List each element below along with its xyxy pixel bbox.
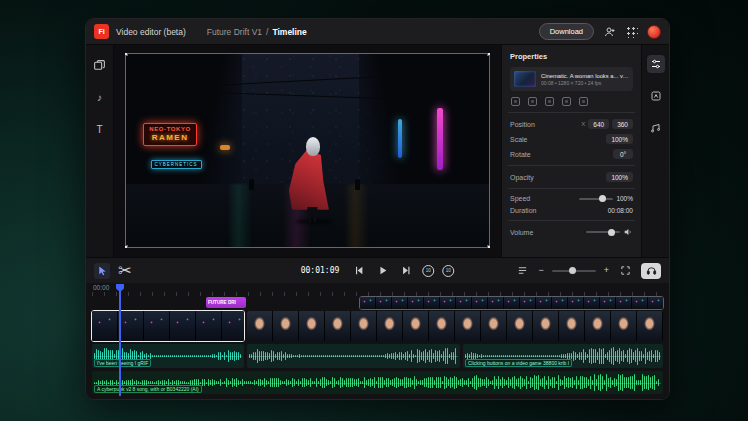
audio-clip[interactable] (247, 344, 460, 368)
zoom-slider[interactable] (552, 270, 596, 272)
volume-controls (586, 227, 633, 237)
invite-user-icon[interactable] (603, 25, 616, 38)
audio-track: I've been seeing I gRIF Clicking buttons… (92, 344, 663, 368)
volume-slider[interactable] (586, 231, 620, 233)
current-timecode: 00:01:09 (301, 266, 340, 275)
speed-value: 100% (616, 195, 633, 202)
opacity-label: Opacity (510, 174, 534, 181)
apps-grid-icon[interactable] (625, 25, 638, 38)
divider (508, 220, 635, 221)
duration-value: 00:08:00 (608, 207, 633, 214)
rotate-input[interactable]: 0° (613, 149, 633, 159)
breadcrumb-separator: / (266, 27, 268, 37)
clip-info: 00:08 • 1280 × 720 • 24 fps (541, 80, 629, 86)
transform-bounding-box[interactable] (125, 53, 490, 248)
media-icon[interactable] (92, 57, 108, 73)
topbar: Fi Video editor (beta) Future Drift V1 /… (86, 19, 669, 45)
track-options-icon[interactable] (514, 263, 530, 279)
music-clip[interactable]: A cyberpunk v2 8 song, with or B0342220 … (92, 371, 663, 394)
firefly-logo[interactable]: Fi (94, 24, 109, 39)
divider (508, 165, 635, 166)
breadcrumb: Future Drift V1 / Timeline (207, 27, 307, 37)
transform-handle[interactable] (487, 245, 490, 248)
video-track (92, 311, 663, 341)
tracks-area: FUTURE DRI (92, 296, 663, 397)
audio-clip[interactable]: Clicking buttons on a video game 38800 k… (463, 344, 663, 368)
more-options-icon[interactable] (579, 97, 588, 106)
speaker-icon[interactable] (623, 227, 633, 237)
video-preview[interactable]: NEO-TOKYO RAMEN CYBERNETICS (125, 53, 490, 248)
position-row: Position X 640 360 (510, 119, 633, 129)
video-clip[interactable] (247, 311, 663, 341)
timeline[interactable]: 00:00 FUTURE DRI (86, 283, 669, 399)
overlay-video-clip[interactable] (360, 297, 663, 309)
selected-clip-card[interactable]: Cinematic. A woman looks a... v8genvid 0… (510, 67, 633, 91)
properties-panel-icon[interactable] (647, 55, 665, 73)
replace-icon[interactable] (511, 97, 520, 106)
transform-handle[interactable] (487, 53, 490, 56)
effects-icon[interactable] (562, 97, 571, 106)
text-tool-icon[interactable]: T (92, 121, 108, 137)
desktop-background: Fi Video editor (beta) Future Drift V1 /… (0, 0, 748, 421)
audio-waveform (249, 346, 458, 366)
color-icon[interactable] (545, 97, 554, 106)
volume-slider-knob[interactable] (608, 229, 615, 236)
next-frame-icon[interactable] (398, 263, 414, 279)
play-icon[interactable] (374, 263, 390, 279)
speed-slider-knob[interactable] (599, 195, 606, 202)
zoom-in-icon[interactable]: + (604, 266, 609, 275)
audio-clip[interactable]: I've been seeing I gRIF (92, 344, 244, 368)
clip-tools-row (511, 97, 632, 106)
position-y-input[interactable]: 360 (612, 119, 633, 129)
previous-frame-icon[interactable] (350, 263, 366, 279)
zoom-slider-knob[interactable] (569, 267, 576, 274)
skip-back-10-icon[interactable]: 10 (422, 265, 434, 277)
headphones-button[interactable] (641, 263, 661, 279)
scale-label: Scale (510, 136, 528, 143)
transform-handle[interactable] (125, 53, 128, 56)
download-button[interactable]: Download (539, 23, 594, 40)
audio-clip-label: I've been seeing I gRIF (94, 359, 151, 367)
audio-icon[interactable]: ♪ (92, 89, 108, 105)
volume-label: Volume (510, 229, 533, 236)
preview-area: NEO-TOKYO RAMEN CYBERNETICS (114, 45, 501, 257)
divider (508, 188, 635, 189)
razor-tool-icon[interactable]: ✂ (117, 263, 133, 279)
breadcrumb-project[interactable]: Future Drift V1 (207, 27, 262, 37)
select-tool-icon[interactable] (94, 263, 110, 279)
opacity-row: Opacity 100% (510, 172, 633, 182)
fit-timeline-icon[interactable] (617, 263, 633, 279)
user-avatar[interactable] (647, 25, 661, 39)
main-area: ♪ T NEO-TOKYO RAMEN (86, 45, 669, 257)
speed-controls: 100% (579, 195, 633, 202)
opacity-input[interactable]: 100% (606, 172, 633, 182)
scale-input[interactable]: 100% (606, 134, 633, 144)
app-window: Fi Video editor (beta) Future Drift V1 /… (85, 18, 670, 400)
properties-title: Properties (510, 52, 633, 61)
rotate-row: Rotate 0° (510, 149, 633, 159)
duration-label: Duration (510, 207, 536, 214)
clip-meta: Cinematic. A woman looks a... v8genvid 0… (541, 73, 629, 86)
playhead[interactable] (119, 284, 121, 396)
rotate-label: Rotate (510, 151, 531, 158)
clip-name: Cinematic. A woman looks a... v8genvid (541, 73, 629, 79)
duration-row: Duration 00:08:00 (510, 207, 633, 214)
trim-icon[interactable] (528, 97, 537, 106)
position-values: X 640 360 (581, 119, 633, 129)
ruler-start-label: 00:00 (93, 284, 109, 291)
position-x-label: X (581, 121, 585, 127)
audio-panel-icon[interactable] (647, 119, 665, 137)
skip-forward-10-icon[interactable]: 10 (442, 265, 454, 277)
time-ruler[interactable]: 00:00 (92, 283, 663, 296)
transform-handle[interactable] (125, 245, 128, 248)
zoom-out-icon[interactable]: − (538, 266, 543, 275)
transport-controls: 00:01:09 10 10 (301, 263, 455, 279)
position-x-input[interactable]: 640 (588, 119, 609, 129)
effects-panel-icon[interactable] (647, 87, 665, 105)
speed-row: Speed 100% (510, 195, 633, 202)
clip-thumbnail (514, 71, 536, 87)
overlay-track: FUTURE DRI (92, 297, 663, 309)
speed-slider[interactable] (579, 198, 613, 200)
video-clip-selected[interactable] (92, 311, 244, 341)
title-clip[interactable]: FUTURE DRI (206, 297, 246, 308)
